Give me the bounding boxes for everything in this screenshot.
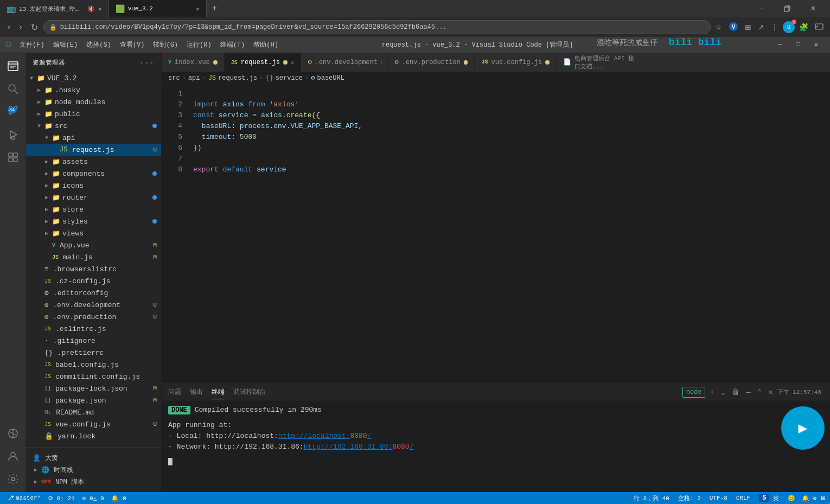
- terminal-dropdown-button[interactable]: ⌄: [719, 386, 727, 398]
- status-line-ending[interactable]: CRLF: [734, 495, 752, 501]
- status-line-col[interactable]: 行 3，列 40: [631, 494, 672, 502]
- breadcrumb-service[interactable]: service: [276, 74, 303, 82]
- tree-item-prettierrc[interactable]: {} .prettierrc: [26, 347, 161, 359]
- terminal-tab-debug[interactable]: 调试控制台: [233, 385, 266, 399]
- tree-item-styles[interactable]: ▶ 📁 styles: [26, 215, 161, 227]
- tree-item-views[interactable]: ▶ 📁 views: [26, 227, 161, 239]
- editor-tab-vueconfig[interactable]: JS vue.config.js: [475, 53, 557, 72]
- menu-run[interactable]: 运行(R): [182, 40, 216, 49]
- terminal-tab-output[interactable]: 输出: [190, 385, 203, 399]
- tree-item-src[interactable]: ▼ 📁 src: [26, 120, 161, 132]
- restore-button[interactable]: [775, 0, 800, 17]
- browser-tab-1[interactable]: 📺 13.发起登录请求_哔哩哔哩... 🔇 ✕: [0, 0, 109, 17]
- profile-button[interactable]: V: [726, 20, 740, 35]
- tree-item-czconfig[interactable]: JS .cz-config.js: [26, 275, 161, 287]
- terminal-network-url-start[interactable]: http://192.168.31.86:: [304, 443, 393, 451]
- editor-tab-indexvue[interactable]: V index.vue: [162, 53, 225, 72]
- close-button[interactable]: ×: [801, 0, 826, 17]
- terminal-minimize-btn[interactable]: —: [744, 387, 752, 398]
- tree-item-readmemd[interactable]: M↓ README.md: [26, 406, 161, 418]
- tree-item-icons[interactable]: ▶ 📁 icons: [26, 180, 161, 192]
- tree-item-assets[interactable]: ▶ 📁 assets: [26, 156, 161, 168]
- status-feedback[interactable]: 😊: [786, 495, 797, 502]
- tree-item-requestjs[interactable]: JS request.js U: [26, 144, 161, 156]
- tree-item-api[interactable]: ▼ 📁 api: [26, 132, 161, 144]
- sync-button[interactable]: ↗: [756, 21, 767, 34]
- refresh-button[interactable]: ↻: [28, 20, 41, 35]
- bili-user-icon[interactable]: U 3: [783, 21, 795, 33]
- tree-item-packagelockjson[interactable]: {} package-lock.json M: [26, 382, 161, 394]
- back-button[interactable]: ‹: [4, 20, 14, 34]
- tree-item-store[interactable]: ▶ 📁 store: [26, 203, 161, 215]
- menu-view[interactable]: 查看(V): [116, 40, 149, 49]
- activity-extensions[interactable]: [2, 146, 24, 168]
- tree-item-husky[interactable]: ▶ 📁 .husky: [26, 84, 161, 96]
- tree-item-packagejson[interactable]: {} package.json M: [26, 394, 161, 406]
- activity-search[interactable]: [2, 78, 24, 100]
- tree-item-network[interactable]: ▶ 🌐 时间线: [30, 464, 157, 476]
- status-branch[interactable]: ⎇ master*: [4, 494, 43, 502]
- tab2-close-btn[interactable]: ✕: [196, 5, 200, 12]
- tree-item-envprod[interactable]: ⚙ .env.production U: [26, 311, 161, 323]
- editor-tab-envdev[interactable]: ⚙ .env.development: [301, 53, 388, 72]
- editor-tab-envprod[interactable]: ⚙ .env.production: [388, 53, 475, 72]
- status-encoding[interactable]: UTF-8: [707, 495, 730, 501]
- vscode-minimize-btn[interactable]: —: [771, 41, 788, 49]
- vscode-close-btn[interactable]: ✕: [808, 41, 825, 49]
- menu-terminal[interactable]: 终端(T): [216, 40, 250, 49]
- status-sync[interactable]: ⟳ 0↑ 21: [46, 495, 77, 502]
- tree-item-babelconfig[interactable]: JS babel.config.js: [26, 359, 161, 371]
- tree-item-vueconfigjs[interactable]: JS vue.config.js U: [26, 418, 161, 430]
- tree-item-nodemodules[interactable]: ▶ 📁 node_modules: [26, 96, 161, 108]
- tab1-mute-icon[interactable]: 🔇: [87, 5, 95, 12]
- tree-item-appvue[interactable]: V App.vue M: [26, 239, 161, 251]
- tree-item-components[interactable]: ▶ 📁 components: [26, 168, 161, 180]
- menu-select[interactable]: 选择(S): [82, 40, 116, 49]
- status-alerts[interactable]: 🔔 0: [109, 495, 128, 502]
- activity-explorer[interactable]: [2, 55, 24, 77]
- tree-item-gitignore[interactable]: · .gitignore: [26, 335, 161, 347]
- tree-item-envdev[interactable]: ⚙ .env.development U: [26, 299, 161, 311]
- tree-item-yarnlock[interactable]: 🔒 yarn.lock: [26, 430, 161, 442]
- tab1-close-btn[interactable]: ✕: [98, 5, 102, 12]
- bili-mascot[interactable]: ▶: [781, 406, 825, 450]
- terminal-local-url-start[interactable]: http://localhost:: [278, 432, 350, 440]
- cast-button[interactable]: [813, 20, 826, 35]
- menu-goto[interactable]: 转到(G): [149, 40, 182, 49]
- vscode-maximize-btn[interactable]: □: [790, 41, 807, 49]
- tree-item-commitlintconfig[interactable]: JS commitlint.config.js: [26, 371, 161, 382]
- tree-item-npm[interactable]: ▶ NPM NPM 脚本: [30, 476, 157, 488]
- activity-account[interactable]: [2, 445, 24, 467]
- forward-button[interactable]: ›: [16, 20, 25, 34]
- editor-tab-requestjs[interactable]: JS request.js ✕: [225, 53, 302, 72]
- browser-tab-2[interactable]: 🟩 vue_3.2 ✕: [109, 0, 207, 17]
- activity-debug[interactable]: [2, 124, 24, 145]
- tree-item-vue32[interactable]: ▼ 📁 VUE_3.2: [26, 72, 161, 84]
- status-spaces[interactable]: 空格: 2: [676, 494, 703, 502]
- terminal-trash-button[interactable]: 🗑: [730, 387, 742, 398]
- breadcrumb-baseurl[interactable]: baseURL: [317, 74, 344, 82]
- code-content[interactable]: import axios from 'axios' const service …: [189, 84, 830, 384]
- terminal-tab-problems[interactable]: 问题: [168, 385, 181, 399]
- terminal-maximize-btn[interactable]: ⌃: [755, 386, 764, 398]
- tree-item-mainjs[interactable]: JS main.js M: [26, 251, 161, 263]
- activity-remote[interactable]: [2, 423, 24, 444]
- tree-item-public[interactable]: ▶ 📁 public: [26, 108, 161, 120]
- breadcrumb-src[interactable]: src: [168, 74, 180, 82]
- minimize-button[interactable]: —: [749, 0, 774, 17]
- terminal-content[interactable]: DONECompiled successfully in 290ms App r…: [162, 400, 830, 492]
- editor-tab-apidoc[interactable]: 📄 电商管理后台 API 接口文档...: [557, 53, 643, 72]
- breadcrumb-requestjs[interactable]: request.js: [218, 74, 257, 82]
- new-tab-button[interactable]: +: [207, 4, 223, 14]
- sidebar-more-button[interactable]: ···: [139, 59, 155, 67]
- address-bar[interactable]: 🔒 bilibili.com/video/BV1pq4y1c7oy/?p=13&…: [43, 20, 711, 34]
- status-errors[interactable]: ⊘ 0△ 0: [80, 495, 106, 502]
- terminal-tab-terminal[interactable]: 终端: [212, 385, 225, 399]
- tree-item-browserslistrc[interactable]: ≡ .browserslistrc: [26, 263, 161, 275]
- tree-item-router[interactable]: ▶ 📁 router: [26, 192, 161, 203]
- status-language[interactable]: S 英: [757, 494, 781, 502]
- terminal-add-button[interactable]: +: [707, 387, 716, 398]
- terminal-close-btn[interactable]: ✕: [766, 386, 775, 398]
- menu-file[interactable]: 文件(F): [15, 40, 49, 49]
- tree-item-user[interactable]: 👤 大黄: [30, 452, 157, 464]
